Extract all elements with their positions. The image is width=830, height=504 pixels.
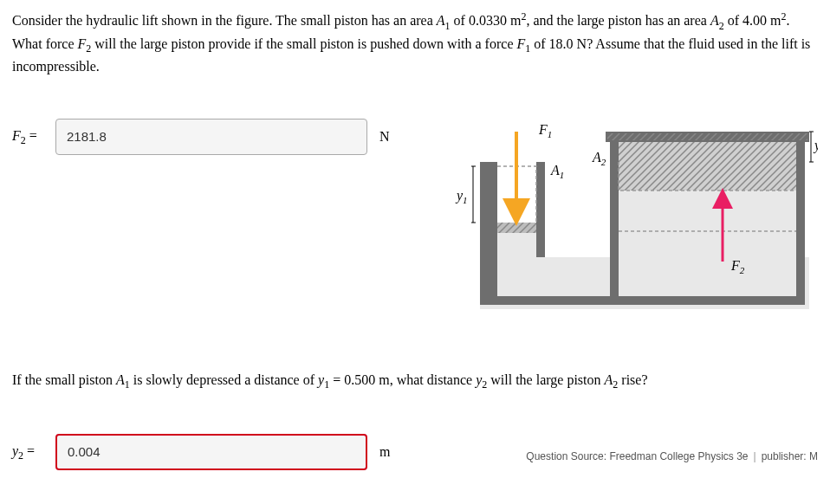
question-source: Question Source: Freedman College Physic… (526, 449, 818, 464)
svg-rect-2 (536, 162, 545, 257)
svg-rect-4 (545, 257, 619, 296)
svg-rect-3 (497, 223, 536, 296)
answer-2-input[interactable] (55, 434, 367, 470)
svg-rect-5 (610, 132, 619, 296)
svg-rect-1 (489, 162, 497, 296)
svg-text:A2: A2 (592, 150, 606, 167)
problem-statement: Consider the hydraulic lift shown in the… (12, 9, 818, 77)
answer-2-label: y2 = (12, 441, 47, 463)
svg-text:F1: F1 (538, 122, 552, 139)
svg-text:A1: A1 (550, 163, 564, 180)
answer-1-row: F2 = N (12, 119, 428, 155)
svg-text:y2: y2 (813, 138, 818, 155)
svg-rect-6 (619, 191, 796, 296)
part2-question: If the small piston A1 is slowly depress… (12, 370, 818, 392)
hydraulic-lift-figure: F1 A1 y1 A2 y2 F2 (454, 119, 818, 318)
answer-2-row: y2 = m (12, 434, 390, 470)
answer-1-label: F2 = (12, 126, 47, 148)
answer-1-unit: N (379, 126, 390, 147)
svg-rect-8 (619, 140, 796, 191)
answer-2-unit: m (379, 442, 390, 462)
svg-text:y1: y1 (455, 188, 468, 205)
answer-1-input[interactable] (55, 119, 367, 155)
svg-rect-12 (497, 223, 536, 233)
svg-rect-10 (607, 133, 807, 140)
